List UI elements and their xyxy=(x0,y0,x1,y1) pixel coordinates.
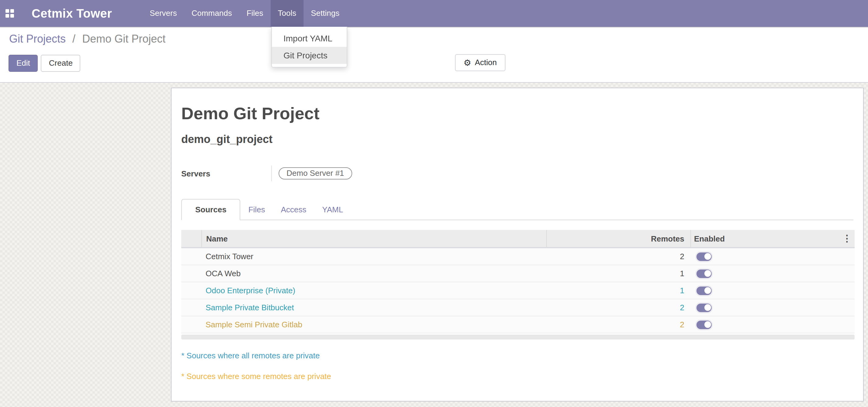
enabled-cell xyxy=(690,316,855,333)
source-name[interactable]: Sample Private Bitbucket xyxy=(202,299,546,316)
table-row[interactable]: Sample Semi Private Gitlab 2 xyxy=(181,316,855,334)
edit-button[interactable]: Edit xyxy=(8,55,38,72)
remotes-count: 2 xyxy=(546,248,690,264)
breadcrumb-parent-link[interactable]: Git Projects xyxy=(9,33,66,45)
enabled-toggle[interactable] xyxy=(696,269,712,278)
remotes-count: 1 xyxy=(546,265,690,282)
action-button-label: Action xyxy=(475,55,497,70)
row-selector-cell xyxy=(181,248,202,264)
tools-dropdown-menu: Import YAML Git Projects xyxy=(271,27,347,67)
enabled-cell xyxy=(690,282,855,299)
table-body: Cetmix Tower 2 OCA Web 1 Odoo Enterprise… xyxy=(181,248,855,334)
sources-table: Name Remotes Enabled ⋮ Cetmix Tower 2 OC… xyxy=(181,230,855,340)
menu-item-settings[interactable]: Settings xyxy=(304,0,347,27)
row-selector-cell xyxy=(181,282,202,299)
app-brand[interactable]: Cetmix Tower xyxy=(32,0,112,27)
menu-item-tools[interactable]: Tools xyxy=(271,0,304,27)
tab-yaml[interactable]: YAML xyxy=(314,199,351,220)
enabled-toggle[interactable] xyxy=(696,252,712,261)
apps-grid-icon xyxy=(5,9,14,18)
dropdown-item-git-projects[interactable]: Git Projects xyxy=(272,47,347,64)
menu-item-servers[interactable]: Servers xyxy=(142,0,184,27)
notebook-tabs: Sources Files Access YAML xyxy=(181,199,854,220)
form-buttons: Edit Create xyxy=(8,55,81,72)
tab-access[interactable]: Access xyxy=(273,199,314,220)
menu-item-files[interactable]: Files xyxy=(239,0,271,27)
create-button[interactable]: Create xyxy=(41,55,81,72)
field-divider xyxy=(271,165,272,181)
legend-all-private: * Sources where all remotes are private xyxy=(181,351,854,360)
tab-files[interactable]: Files xyxy=(241,199,273,220)
servers-field-label: Servers xyxy=(181,169,271,178)
menu-item-commands[interactable]: Commands xyxy=(184,0,239,27)
select-all-cell[interactable] xyxy=(181,230,202,247)
content-background: Demo Git Project demo_git_project Server… xyxy=(0,82,868,407)
table-row[interactable]: Odoo Enterprise (Private) 1 xyxy=(181,282,855,299)
gear-icon: ⚙ xyxy=(464,58,471,67)
control-panel: Git Projects / Demo Git Project Edit Cre… xyxy=(0,27,868,83)
row-selector-cell xyxy=(181,265,202,282)
column-header-name[interactable]: Name xyxy=(202,230,546,247)
enabled-cell xyxy=(690,248,855,264)
enabled-toggle[interactable] xyxy=(696,320,712,329)
breadcrumb-current: Demo Git Project xyxy=(82,33,165,45)
breadcrumb-separator: / xyxy=(69,33,79,45)
row-selector-cell xyxy=(181,299,202,316)
row-selector-cell xyxy=(181,316,202,333)
source-name[interactable]: Odoo Enterprise (Private) xyxy=(202,282,546,299)
record-title: Demo Git Project xyxy=(181,104,854,124)
remotes-count: 2 xyxy=(546,299,690,316)
action-button[interactable]: ⚙ Action xyxy=(455,54,505,71)
enabled-toggle[interactable] xyxy=(696,303,712,312)
source-name[interactable]: Sample Semi Private Gitlab xyxy=(202,316,546,333)
source-name[interactable]: Cetmix Tower xyxy=(202,248,546,264)
table-row[interactable]: OCA Web 1 xyxy=(181,265,855,282)
main-menu: Servers Commands Files Tools Settings xyxy=(142,0,347,27)
vertical-dots-icon[interactable]: ⋮ xyxy=(842,230,851,247)
table-row[interactable]: Sample Private Bitbucket 2 xyxy=(181,299,855,316)
record-reference: demo_git_project xyxy=(181,133,854,146)
column-header-remotes[interactable]: Remotes xyxy=(546,230,690,247)
enabled-cell xyxy=(690,299,855,316)
table-row[interactable]: Cetmix Tower 2 xyxy=(181,248,855,265)
column-header-enabled[interactable]: Enabled xyxy=(690,230,855,247)
legend-some-private: * Sources where some remotes are private xyxy=(181,372,854,381)
tab-sources[interactable]: Sources xyxy=(181,199,241,220)
horizontal-scrollbar[interactable] xyxy=(181,335,855,340)
source-name[interactable]: OCA Web xyxy=(202,265,546,282)
record-form-card: Demo Git Project demo_git_project Server… xyxy=(171,88,864,402)
servers-field-row: Servers Demo Server #1 xyxy=(181,166,854,181)
top-navbar: Cetmix Tower Servers Commands Files Tool… xyxy=(0,0,868,27)
remotes-count: 1 xyxy=(546,282,690,299)
apps-menu-button[interactable] xyxy=(0,0,19,27)
dropdown-item-import-yaml[interactable]: Import YAML xyxy=(272,30,347,47)
enabled-cell xyxy=(690,265,855,282)
enabled-toggle[interactable] xyxy=(696,286,712,295)
remotes-count: 2 xyxy=(546,316,690,333)
server-tag[interactable]: Demo Server #1 xyxy=(279,167,352,180)
table-header: Name Remotes Enabled ⋮ xyxy=(181,230,855,248)
breadcrumb: Git Projects / Demo Git Project xyxy=(9,33,165,45)
